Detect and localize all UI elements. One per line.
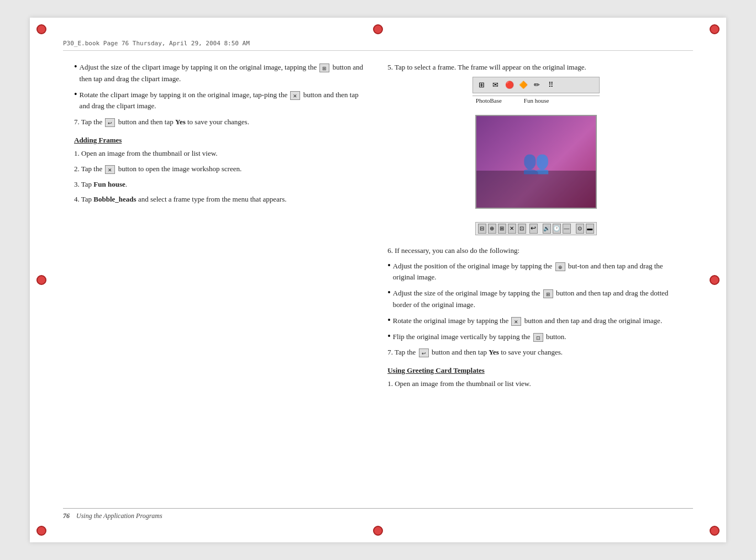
fun-house-label: Fun house [93,180,125,188]
bt-back: ↩ [529,224,538,234]
rotate-orig-icon: ✕ [511,317,521,326]
bullet-dot-r2: • [387,288,391,298]
dots-icon: ⠿ [545,79,557,91]
bt-icon4: ✕ [508,224,516,234]
bullet-size-orig: • Adjust the size of the original image … [387,288,684,311]
right-column: 5. Tap to select a frame. The frame will… [382,62,684,499]
bt-icon9: ⊙ [576,224,584,234]
section-greeting-card: Using Greeting Card Templates [387,366,684,375]
diamond-icon: 🔶 [517,79,529,91]
step5-right: 5. Tap to select a frame. The frame will… [387,62,684,73]
bullet-flip-orig: • Flip the original image vertically by … [387,331,684,343]
corner-mark-bm [373,526,383,536]
bullet-position: • Adjust the position of the original im… [387,261,684,284]
pen-icon: ✏ [531,79,543,91]
corner-mark-tm [373,24,383,34]
back-icon-right: ↩ [419,348,429,357]
bullet-dot-r3: • [387,315,391,325]
step3-left: 3. Tap Fun house. [74,179,365,191]
corner-mark-tr [710,24,720,34]
grid-icon: ⊞ [476,79,488,91]
left-column: • Adjust the size of the clipart image b… [63,62,365,499]
photo-image [475,115,597,209]
step1-left: 1. Open an image from the thumbnail or l… [74,148,365,160]
flip-icon: ⊡ [533,333,543,342]
bullet-rotate-text: Rotate the clipart image by tapping it o… [80,89,366,113]
back-icon-left: ↩ [105,118,115,127]
bt-icon1: ⊟ [478,224,486,234]
bullet-dot-r4: • [387,331,391,341]
step4-left: 4. Tap Bobble_heads and select a frame t… [74,194,365,205]
yes-bold-right: Yes [489,348,499,356]
bullet-rotate-orig-text: Rotate the original image by tapping the… [393,315,685,327]
bt-icon5: ⊡ [518,224,526,234]
header-text: P30_E.book Page 76 Thursday, April 29, 2… [63,40,250,47]
content: • Adjust the size of the clipart image b… [63,62,693,499]
photobase-toolbar: ⊞ ✉ 🔴 🔶 ✏ ⠿ [473,77,600,93]
step2-left: 2. Tap the ✕ button to open the image wo… [74,163,365,175]
bullet-dot-2: • [74,89,77,99]
bt-icon3: ⊞ [498,224,506,234]
bullet-adjust-size: • Adjust the size of the clipart image b… [74,62,365,85]
step6-right: 6. If necessary, you can also do the fol… [387,245,684,257]
toolbar-icons: ⊞ ✉ 🔴 🔶 ✏ ⠿ [473,77,560,93]
bullet-rotate-orig: • Rotate the original image by tapping t… [387,315,684,327]
footer-label: Using the Application Programs [76,512,162,520]
bt-icon7: 🕐 [553,224,561,234]
step7-left: 7. Tap the ↩ button and then tap Yes to … [74,117,365,128]
corner-mark-bl [36,526,46,536]
circle-icon: 🔴 [503,79,516,91]
workshop-icon: ✕ [105,165,115,174]
bullet-flip-orig-text: Flip the original image vertically by ta… [393,331,685,343]
resize-icon: ⊞ [319,64,329,72]
funhouse-label: Fun house [524,97,549,104]
page-number: 76 [63,512,70,520]
bt-icon8: — [563,224,571,234]
bullet-rotate: • Rotate the clipart image by tapping it… [74,89,365,113]
bullet-position-text: Adjust the position of the original imag… [393,261,685,284]
corner-mark-rm [710,275,720,285]
bt-icon2: ⊕ [488,224,496,234]
resize-orig-icon: ⊞ [543,289,553,298]
section-adding-frames: Adding Frames [74,136,365,145]
bobble-heads-label: Bobble_heads [93,195,136,203]
corner-mark-lm [36,275,46,285]
move-icon: ⊕ [555,262,565,271]
bullet-size-orig-text: Adjust the size of the original image by… [393,288,685,311]
bullet-adjust-size-text: Adjust the size of the clipart image by … [80,62,366,85]
toolbar-labels: PhotoBase Fun house [473,96,600,105]
photobase-label: PhotoBase [476,97,502,104]
bt-icon6: 🔊 [543,224,551,234]
header-bar: P30_E.book Page 76 Thursday, April 29, 2… [63,40,693,51]
step-gc1: 1. Open an image from the thumbnail or l… [387,378,684,390]
rotate-icon: ✕ [290,91,300,100]
bt-icon10: ▬ [586,224,594,234]
bullet-dot-1: • [74,62,77,72]
step7-right: 7. Tap the ↩ button and then tap Yes to … [387,347,684,358]
corner-mark-tl [36,24,46,34]
bottom-toolbar: ⊟ ⊕ ⊞ ✕ ⊡ ↩ 🔊 🕐 — ⊙ ▬ [475,222,597,235]
mail-icon: ✉ [490,79,502,91]
yes-bold-left: Yes [175,118,186,126]
page: P30_E.book Page 76 Thursday, April 29, 2… [30,18,726,542]
corner-mark-br [710,526,720,536]
footer: 76 Using the Application Programs [63,508,693,520]
bullet-dot-r1: • [387,261,391,271]
